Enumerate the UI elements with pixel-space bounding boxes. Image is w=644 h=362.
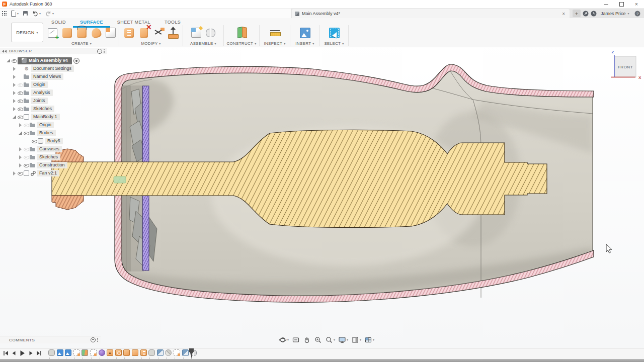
tree-row[interactable]: Analysis xyxy=(12,89,53,97)
visibility-eye-icon[interactable] xyxy=(23,162,29,168)
expand-icon[interactable] xyxy=(12,74,17,79)
help-icon[interactable]: ? xyxy=(634,11,640,17)
visibility-eye-icon[interactable] xyxy=(23,154,29,160)
expand-icon[interactable] xyxy=(12,115,17,119)
feature-component-icon[interactable] xyxy=(182,349,189,356)
expand-icon[interactable] xyxy=(12,66,17,71)
visibility-eye-icon[interactable] xyxy=(17,170,23,176)
file-menu-button[interactable]: ▾ xyxy=(11,11,19,17)
create-sketch-button[interactable] xyxy=(46,26,59,40)
tree-row[interactable]: Construction xyxy=(18,161,67,169)
visibility-eye-icon[interactable] xyxy=(17,98,23,104)
extrude-button[interactable] xyxy=(60,26,74,40)
fit-button[interactable]: ▾ xyxy=(324,336,336,344)
notification-clock-icon[interactable] xyxy=(591,11,597,17)
construction-plane-button[interactable] xyxy=(235,26,249,40)
feature-canvas-icon[interactable] xyxy=(57,349,63,356)
feature-sketch-icon[interactable] xyxy=(90,349,97,356)
insert-menu[interactable]: INSERT▾ xyxy=(295,41,314,46)
minimize-button[interactable] xyxy=(599,0,614,8)
browser-options-icon[interactable] xyxy=(97,49,102,54)
feature-plane-icon[interactable] xyxy=(82,349,88,356)
document-tab[interactable]: Main Assembly v4* × xyxy=(292,9,570,18)
grid-settings-button[interactable]: ▾ xyxy=(350,336,362,344)
expand-icon[interactable] xyxy=(12,171,17,175)
visibility-eye-icon[interactable] xyxy=(11,58,17,63)
inspect-menu[interactable]: INSPECT▾ xyxy=(264,41,285,46)
expand-icon[interactable] xyxy=(6,58,11,63)
feature-component-icon[interactable] xyxy=(48,349,55,356)
sweep-button[interactable] xyxy=(90,26,103,40)
app-grid-icon[interactable] xyxy=(2,11,7,16)
timeline-step-back-button[interactable] xyxy=(11,350,17,356)
activate-component-radio[interactable] xyxy=(73,58,79,64)
modify-menu[interactable]: MODIFY▾ xyxy=(141,41,160,46)
visibility-eye-icon[interactable] xyxy=(31,138,37,144)
display-settings-button[interactable]: ▾ xyxy=(337,336,349,344)
select-menu[interactable]: SELECT▾ xyxy=(324,41,344,46)
new-document-button[interactable]: + xyxy=(573,10,581,17)
timeline-go-to-end-button[interactable] xyxy=(36,350,42,356)
browser-grip[interactable] xyxy=(104,49,105,53)
visibility-eye-icon[interactable] xyxy=(17,114,23,120)
tree-row[interactable]: Named Views xyxy=(12,73,63,80)
viewcube[interactable]: FRONT Z X xyxy=(611,50,641,80)
collapse-browser-icon[interactable] xyxy=(2,50,7,53)
tree-row[interactable]: Fan v2:1 xyxy=(12,169,59,177)
expand-icon[interactable] xyxy=(18,131,23,135)
viewports-button[interactable]: ▾ xyxy=(363,336,375,344)
viewport[interactable]: FRONT Z X xyxy=(0,47,644,348)
tree-row[interactable]: Sketches xyxy=(18,153,60,161)
look-at-button[interactable] xyxy=(291,336,301,344)
create-menu[interactable]: CREATE▾ xyxy=(71,41,92,46)
tree-row-root[interactable]: Main Assembly v4 xyxy=(6,57,79,64)
expand-icon[interactable] xyxy=(12,99,17,103)
comments-bar[interactable]: COMMENTS xyxy=(0,336,101,343)
visibility-eye-icon[interactable] xyxy=(23,130,29,136)
tree-row[interactable]: MainBody:1 xyxy=(12,113,60,121)
feature-rib-icon[interactable] xyxy=(140,349,147,356)
tree-row[interactable]: Canvases xyxy=(18,145,62,153)
browser-header[interactable]: BROWSER xyxy=(0,48,107,54)
close-window-button[interactable]: × xyxy=(629,0,644,8)
visibility-eye-icon[interactable] xyxy=(23,122,29,128)
feature-sketch-icon[interactable] xyxy=(73,349,80,356)
undo-button[interactable]: ▾ xyxy=(32,11,41,17)
tree-row[interactable]: ⚙Document Settings xyxy=(12,65,74,72)
assemble-menu[interactable]: ASSEMBLE▾ xyxy=(190,41,216,46)
feature-patch-icon[interactable] xyxy=(148,349,155,356)
pan-button[interactable] xyxy=(302,336,312,344)
close-tab-icon[interactable]: × xyxy=(560,11,567,17)
tree-row[interactable]: Joints xyxy=(12,97,48,105)
tree-row[interactable]: Body6 xyxy=(31,137,63,145)
new-component-button[interactable] xyxy=(189,26,203,40)
feature-canvas-icon[interactable] xyxy=(65,349,71,356)
maximize-button[interactable] xyxy=(614,0,629,8)
expand-icon[interactable] xyxy=(18,123,23,127)
joint-button[interactable] xyxy=(204,26,217,40)
extend-button[interactable] xyxy=(166,26,180,40)
expand-icon[interactable] xyxy=(18,163,23,167)
visibility-eye-icon[interactable] xyxy=(17,90,23,96)
feature-split-icon[interactable] xyxy=(165,349,172,356)
tree-row[interactable]: Origin xyxy=(18,121,54,129)
expand-icon[interactable] xyxy=(12,90,17,95)
feature-extrude-icon[interactable] xyxy=(123,349,130,356)
timeline-go-to-start-button[interactable] xyxy=(3,350,9,356)
visibility-eye-icon[interactable] xyxy=(23,146,29,152)
tree-row[interactable]: Bodies xyxy=(18,129,56,137)
construct-menu[interactable]: CONSTRUCT▾ xyxy=(226,41,256,46)
trim-button[interactable] xyxy=(151,26,165,40)
select-button[interactable] xyxy=(328,26,341,40)
comments-options-icon[interactable] xyxy=(91,337,96,342)
timeline-play-button[interactable] xyxy=(19,350,26,356)
expand-icon[interactable] xyxy=(12,82,17,87)
job-status-icon[interactable] xyxy=(583,11,589,17)
feature-component-icon[interactable] xyxy=(157,349,164,356)
feature-extrude-icon[interactable] xyxy=(132,349,138,356)
save-button[interactable] xyxy=(23,11,28,16)
tree-row[interactable]: Sketches xyxy=(12,105,54,113)
revolve-button[interactable] xyxy=(75,26,89,40)
redo-button[interactable]: ▾ xyxy=(45,11,54,17)
delete-face-button[interactable] xyxy=(137,26,150,40)
